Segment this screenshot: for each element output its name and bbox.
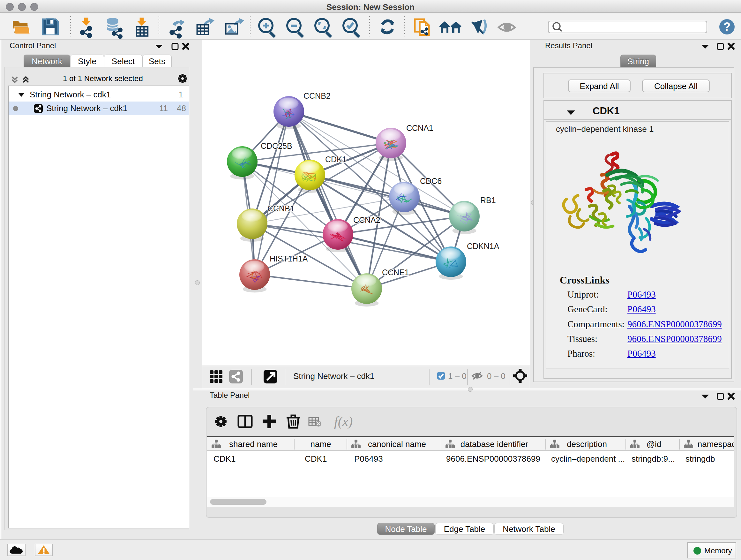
svg-text:database identifier: database identifier: [461, 439, 529, 449]
svg-text:CCNE1: CCNE1: [382, 268, 409, 277]
svg-text:RB1: RB1: [480, 196, 496, 205]
svg-text:CDK1: CDK1: [325, 155, 347, 164]
svg-text:name: name: [310, 439, 331, 449]
svg-text:CDKN1A: CDKN1A: [467, 242, 499, 251]
svg-text:CCNB1: CCNB1: [267, 204, 294, 213]
svg-text:CCNA2: CCNA2: [353, 215, 381, 225]
svg-text:CCNB2: CCNB2: [304, 91, 331, 100]
svg-text:@id: @id: [647, 439, 662, 449]
svg-text:CDC25B: CDC25B: [261, 141, 292, 150]
svg-text:f(x): f(x): [334, 414, 353, 429]
svg-text:CDC6: CDC6: [420, 177, 442, 186]
svg-text:shared name: shared name: [229, 439, 278, 449]
svg-text:?: ?: [724, 20, 731, 33]
svg-text:canonical name: canonical name: [368, 439, 426, 449]
svg-text:description: description: [567, 439, 607, 449]
svg-text:HIST1H1A: HIST1H1A: [270, 254, 308, 263]
svg-text:namespace: namespace: [697, 439, 734, 449]
svg-text:CCNA1: CCNA1: [406, 124, 433, 132]
